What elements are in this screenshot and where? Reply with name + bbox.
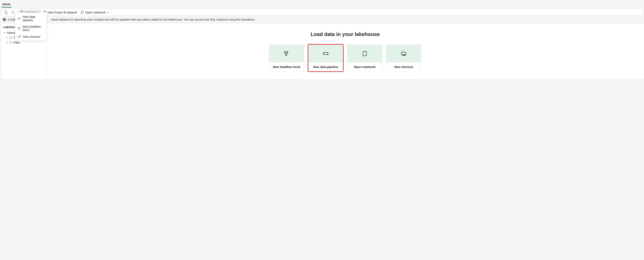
svg-rect-18 (20, 27, 20, 28)
toolbar-divider (111, 10, 111, 15)
menu-item-new-data-pipeline[interactable]: New data pipeline (15, 14, 46, 23)
new-dataset-label: New Power BI dataset (48, 11, 77, 14)
card-new-dataflow-gen2[interactable]: New Dataflow Gen2 (269, 44, 304, 72)
tree-node-label: Files (14, 41, 20, 44)
shortcut-folder-icon (18, 35, 21, 38)
svg-point-20 (284, 51, 286, 52)
svg-rect-19 (19, 29, 19, 29)
card-label: New shortcut (386, 62, 421, 71)
card-label: New Dataflow Gen2 (269, 62, 304, 71)
menu-item-label: New shortcut (23, 35, 40, 38)
svg-rect-26 (363, 51, 366, 56)
info-icon: i (3, 18, 6, 21)
card-open-notebook[interactable]: Open notebook (347, 44, 382, 72)
menu-item-new-shortcut[interactable]: New shortcut (15, 33, 46, 40)
notebook-icon (362, 51, 368, 57)
card-new-data-pipeline[interactable]: New data pipeline (308, 44, 343, 72)
main-heading: Load data in your lakehouse (310, 31, 380, 37)
svg-point-22 (286, 54, 286, 56)
folder-icon (9, 36, 12, 39)
menu-item-new-dataflow-gen2[interactable]: New Dataflow Gen2 (15, 23, 46, 33)
main-panel: Load data in your lakehouse New Dataflow… (46, 23, 644, 80)
chevron-down-icon: ▾ (107, 11, 108, 14)
svg-rect-17 (18, 27, 18, 28)
menu-item-label: New data pipeline (23, 15, 44, 22)
toolbar: Get data ▾ New Power BI dataset Open not… (1, 9, 643, 16)
open-notebook-button[interactable]: Open notebook ▾ (79, 10, 110, 15)
pipeline-icon (18, 17, 21, 20)
new-powerbi-dataset-button[interactable]: New Power BI dataset (42, 10, 78, 15)
svg-point-1 (12, 12, 14, 13)
new-page-button[interactable] (2, 10, 9, 15)
open-notebook-label: Open notebook (85, 11, 106, 14)
notebook-icon (80, 11, 84, 14)
card-new-shortcut[interactable]: New shortcut (386, 44, 421, 72)
pipeline-icon (323, 51, 328, 57)
menu-item-label: New Dataflow Gen2 (22, 25, 44, 32)
info-text-suffix: efault dataset for reporting were create… (51, 18, 255, 21)
chevron-down-icon: ▾ (3, 31, 6, 34)
svg-point-21 (287, 51, 288, 52)
gear-icon (11, 11, 15, 14)
svg-rect-23 (324, 53, 328, 55)
tab-bar: Home (0, 0, 644, 8)
svg-rect-0 (5, 11, 6, 13)
chevron-down-icon: ▾ (6, 41, 8, 44)
chevron-down-icon: ▾ (6, 36, 8, 39)
info-bar: i A SQL e efault dataset for reporting w… (0, 16, 644, 23)
dataflow-icon (284, 51, 290, 57)
tab-home[interactable]: Home (2, 2, 12, 8)
get-data-menu: New data pipeline New Dataflow Gen2 New … (15, 13, 46, 41)
page-refresh-icon (4, 11, 8, 14)
card-label: Open notebook (347, 62, 382, 71)
shortcut-folder-icon (401, 51, 407, 57)
cards-row: New Dataflow Gen2 New data pipeline (269, 44, 421, 72)
svg-rect-10 (81, 11, 84, 14)
svg-point-4 (44, 12, 44, 12)
svg-point-6 (45, 12, 46, 12)
folder-icon (9, 41, 12, 44)
svg-point-5 (44, 12, 45, 12)
svg-point-2 (21, 11, 23, 12)
card-label: New data pipeline (308, 62, 343, 71)
dataflow-icon (18, 27, 20, 30)
svg-rect-12 (18, 18, 20, 19)
